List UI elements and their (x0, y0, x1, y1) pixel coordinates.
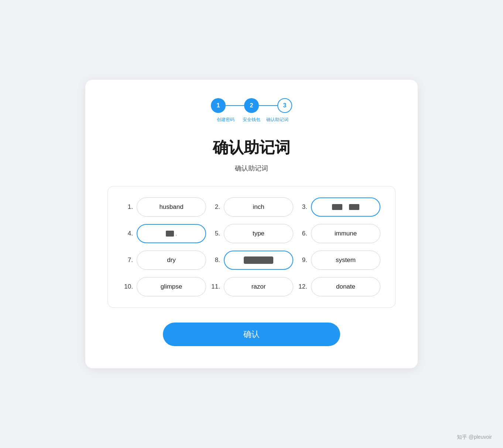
word-item-10[interactable]: 10.glimpse (123, 277, 206, 296)
word-item-5[interactable]: 5.type (210, 224, 293, 243)
word-box-2[interactable]: inch (224, 197, 293, 217)
word-item-2[interactable]: 2.inch (210, 197, 293, 217)
step-line-2 (259, 105, 277, 106)
word-item-11[interactable]: 11.razor (210, 277, 293, 296)
stepper: 1 2 3 创建密码 安全钱包 确认助记词 (107, 98, 396, 123)
page-subtitle: 确认助记词 (107, 164, 396, 173)
word-number-5: 5. (210, 230, 220, 237)
step-3-label: 确认助记词 (264, 117, 290, 123)
word-grid-container: 1.husband2.inch3.4.,5.type6.immune7.dry8… (107, 186, 396, 308)
word-box-12[interactable]: donate (311, 277, 380, 296)
step-line-1 (226, 105, 244, 106)
word-item-7[interactable]: 7.dry (123, 251, 206, 270)
word-box-9[interactable]: system (311, 251, 380, 270)
step-3-circle: 3 (277, 98, 292, 113)
word-number-6: 6. (297, 230, 307, 237)
word-item-9[interactable]: 9.system (297, 251, 380, 270)
step-2-label: 安全钱包 (239, 117, 264, 123)
word-grid: 1.husband2.inch3.4.,5.type6.immune7.dry8… (123, 197, 380, 296)
stepper-circles: 1 2 3 (211, 98, 292, 113)
word-number-10: 10. (123, 283, 133, 290)
word-box-4[interactable]: , (137, 224, 206, 243)
word-number-1: 1. (123, 203, 133, 211)
word-box-1[interactable]: husband (137, 197, 206, 217)
step-1-circle: 1 (211, 98, 226, 113)
word-number-8: 8. (210, 256, 220, 264)
main-card: 1 2 3 创建密码 安全钱包 确认助记词 确认助记词 确认助记词 1.husb… (85, 80, 418, 369)
word-item-3[interactable]: 3. (297, 197, 380, 217)
word-number-11: 11. (210, 283, 220, 290)
word-item-6[interactable]: 6.immune (297, 224, 380, 243)
step-2-circle: 2 (244, 98, 259, 113)
step-1-label: 创建密码 (213, 117, 239, 123)
word-box-5[interactable]: type (224, 224, 293, 243)
word-box-8[interactable] (224, 251, 293, 270)
stepper-labels: 创建密码 安全钱包 确认助记词 (213, 117, 290, 123)
word-number-2: 2. (210, 203, 220, 211)
word-box-11[interactable]: razor (224, 277, 293, 296)
word-box-7[interactable]: dry (137, 251, 206, 270)
confirm-button[interactable]: 确认 (163, 323, 340, 346)
page-title: 确认助记词 (107, 137, 396, 158)
word-box-3[interactable] (311, 197, 380, 217)
word-item-1[interactable]: 1.husband (123, 197, 206, 217)
word-number-7: 7. (123, 256, 133, 264)
word-number-4: 4. (123, 230, 133, 237)
word-number-9: 9. (297, 256, 307, 264)
watermark: 知乎 @pleuvoir (457, 434, 492, 441)
word-number-3: 3. (297, 203, 307, 211)
word-item-8[interactable]: 8. (210, 251, 293, 270)
word-box-6[interactable]: immune (311, 224, 380, 243)
word-box-10[interactable]: glimpse (137, 277, 206, 296)
word-number-12: 12. (297, 283, 307, 290)
word-item-4[interactable]: 4., (123, 224, 206, 243)
word-item-12[interactable]: 12.donate (297, 277, 380, 296)
